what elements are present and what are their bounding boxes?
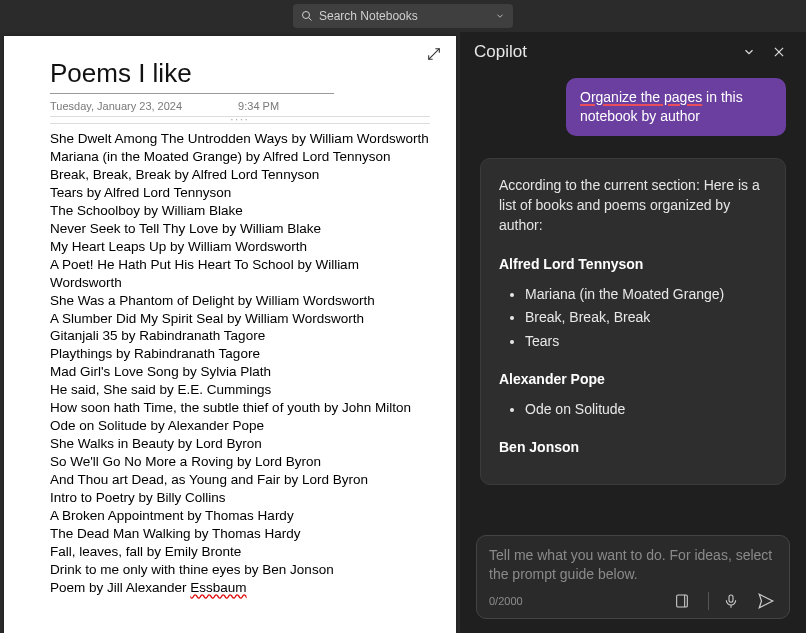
svg-marker-9	[759, 594, 773, 608]
microphone-icon[interactable]	[723, 593, 743, 609]
collapse-icon[interactable]	[742, 45, 762, 59]
list-item: Tears	[525, 331, 767, 351]
poem-line: A Broken Appointment by Thomas Hardy	[50, 507, 430, 525]
list-item: Ode on Solitude	[525, 399, 767, 419]
poem-line: Mariana (in the Moated Grange) by Alfred…	[50, 148, 430, 166]
char-count: 0/2000	[489, 595, 523, 607]
copilot-panel: Copilot Organize the pages in this noteb…	[460, 32, 806, 633]
list-item: Mariana (in the Moated Grange)	[525, 284, 767, 304]
poem-line: Intro to Poetry by Billy Collins	[50, 489, 430, 507]
author-heading: Alexander Pope	[499, 369, 767, 389]
poem-line: She Dwelt Among The Untrodden Ways by Wi…	[50, 130, 430, 148]
poem-line: So We'll Go No More a Roving by Lord Byr…	[50, 453, 430, 471]
copilot-header: Copilot	[460, 32, 806, 72]
copilot-title: Copilot	[474, 42, 527, 62]
works-list: Mariana (in the Moated Grange)Break, Bre…	[499, 284, 767, 351]
send-icon[interactable]	[757, 592, 777, 610]
poem-line: Playthings by Rabindranath Tagore	[50, 345, 430, 363]
poem-line: Ode on Solitude by Alexander Pope	[50, 417, 430, 435]
poem-line: Break, Break, Break by Alfred Lord Tenny…	[50, 166, 430, 184]
page-meta: Tuesday, January 23, 2024 9:34 PM	[50, 100, 430, 112]
works-list: Ode on Solitude	[499, 399, 767, 419]
poem-line: And Thou art Dead, as Young and Fair by …	[50, 471, 430, 489]
poem-line: The Schoolboy by William Blake	[50, 202, 430, 220]
search-icon	[301, 10, 313, 22]
svg-line-2	[429, 49, 440, 60]
poem-line: Poem by Jill Alexander Essbaum	[50, 579, 430, 597]
page-title[interactable]: Poems I like	[50, 58, 334, 94]
close-icon[interactable]	[772, 45, 792, 59]
page-date: Tuesday, January 23, 2024	[50, 100, 182, 112]
search-placeholder: Search Notebooks	[319, 9, 418, 23]
poem-line: She Was a Phantom of Delight by William …	[50, 292, 430, 310]
poem-line: Never Seek to Tell Thy Love by William B…	[50, 220, 430, 238]
chevron-down-icon	[495, 11, 505, 21]
note-body[interactable]: She Dwelt Among The Untrodden Ways by Wi…	[50, 130, 430, 597]
svg-line-1	[309, 18, 312, 21]
prompt-guide-icon[interactable]	[674, 593, 694, 609]
poem-line: Mad Girl's Love Song by Sylvia Plath	[50, 363, 430, 381]
assistant-intro: According to the current section: Here i…	[499, 175, 767, 236]
author-heading: Ben Jonson	[499, 437, 767, 457]
poem-line: Tears by Alfred Lord Tennyson	[50, 184, 430, 202]
expand-icon[interactable]	[426, 46, 442, 62]
list-item: Break, Break, Break	[525, 307, 767, 327]
copilot-input-card[interactable]: Tell me what you want to do. For ideas, …	[476, 535, 790, 619]
poem-line: Gitanjali 35 by Rabindranath Tagore	[50, 327, 430, 345]
svg-rect-5	[677, 595, 688, 607]
poem-line: A Slumber Did My Spirit Seal by William …	[50, 310, 430, 328]
svg-rect-7	[729, 595, 733, 602]
svg-point-0	[303, 12, 310, 19]
copilot-input-placeholder: Tell me what you want to do. For ideas, …	[489, 546, 777, 584]
container-handle[interactable]: ····	[50, 116, 430, 124]
poem-line: Drink to me only with thine eyes by Ben …	[50, 561, 430, 579]
user-message-part1: Organize the pages	[580, 89, 702, 105]
divider	[708, 592, 709, 610]
copilot-chat-scroll[interactable]: Organize the pages in this notebook by a…	[460, 72, 806, 523]
poem-line: My Heart Leaps Up by William Wordsworth	[50, 238, 430, 256]
note-page[interactable]: Poems I like Tuesday, January 23, 2024 9…	[4, 36, 456, 633]
user-message: Organize the pages in this notebook by a…	[566, 78, 786, 136]
title-bar: Search Notebooks	[0, 0, 806, 32]
search-notebooks[interactable]: Search Notebooks	[293, 4, 513, 28]
poem-line: He said, She said by E.E. Cummings	[50, 381, 430, 399]
poem-line: She Walks in Beauty by Lord Byron	[50, 435, 430, 453]
page-time: 9:34 PM	[238, 100, 279, 112]
note-column: Poems I like Tuesday, January 23, 2024 9…	[0, 32, 460, 633]
poem-line: How soon hath Time, the subtle thief of …	[50, 399, 430, 417]
poem-line: A Poet! He Hath Put His Heart To School …	[50, 256, 430, 292]
author-heading: Alfred Lord Tennyson	[499, 254, 767, 274]
poem-line: Fall, leaves, fall by Emily Bronte	[50, 543, 430, 561]
assistant-message: According to the current section: Here i…	[480, 158, 786, 485]
poem-line: The Dead Man Walking by Thomas Hardy	[50, 525, 430, 543]
